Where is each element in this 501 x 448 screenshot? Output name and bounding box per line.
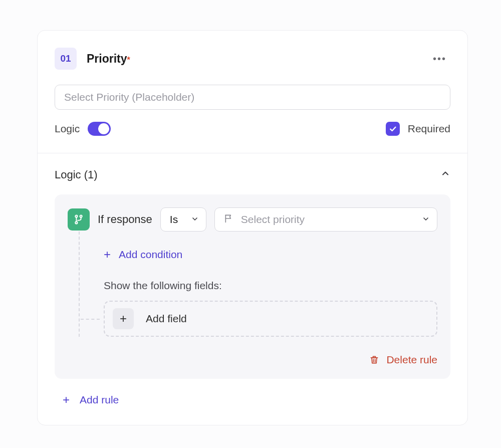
required-label: Required xyxy=(408,123,450,135)
field-card: 01 Priority* ••• Select Priority (Placeh… xyxy=(37,30,468,425)
chevron-down-icon xyxy=(422,213,430,226)
delete-rule-row: Delete rule xyxy=(68,354,437,366)
logic-label: Logic xyxy=(55,123,80,135)
add-field-label: Add field xyxy=(146,313,187,325)
plus-square-icon: + xyxy=(113,308,134,329)
plus-icon: + xyxy=(104,248,111,262)
more-options-button[interactable]: ••• xyxy=(432,51,447,67)
delete-rule-button[interactable]: Delete rule xyxy=(369,354,437,366)
show-fields-label: Show the following fields: xyxy=(104,280,437,292)
plus-icon: + xyxy=(63,393,70,407)
field-number-badge: 01 xyxy=(55,48,77,70)
add-rule-button[interactable]: + Add rule xyxy=(55,393,450,407)
field-title-wrap: Priority* xyxy=(87,52,130,66)
logic-toggle[interactable] xyxy=(88,122,111,136)
check-icon xyxy=(389,125,397,133)
chevron-up-icon xyxy=(440,168,450,181)
field-header: 01 Priority* ••• xyxy=(55,48,450,70)
add-field-button[interactable]: + Add field xyxy=(104,301,437,337)
priority-select-placeholder: Select Priority (Placeholder) xyxy=(64,91,194,103)
add-condition-button[interactable]: + Add condition xyxy=(104,248,437,262)
divider xyxy=(38,153,467,153)
rule-condition-row: If response Is Select priority xyxy=(68,207,437,232)
field-controls-row: Logic Required xyxy=(55,122,450,136)
add-condition-label: Add condition xyxy=(119,249,182,261)
required-asterisk: * xyxy=(127,56,130,64)
logic-section-title: Logic (1) xyxy=(55,168,98,181)
delete-rule-label: Delete rule xyxy=(386,354,437,366)
add-rule-label: Add rule xyxy=(80,394,119,406)
condition-value-select[interactable]: Select priority xyxy=(214,207,437,232)
rule-card: If response Is Select priority + Ad xyxy=(55,194,450,379)
operator-select[interactable]: Is xyxy=(160,207,206,232)
priority-select-input[interactable]: Select Priority (Placeholder) xyxy=(55,85,450,110)
operator-value: Is xyxy=(170,213,178,226)
flag-icon xyxy=(224,213,234,226)
branch-icon xyxy=(68,208,90,231)
rule-nested-block: + Add condition Show the following field… xyxy=(79,232,437,337)
logic-section-header[interactable]: Logic (1) xyxy=(55,168,450,181)
if-response-label: If response xyxy=(98,213,152,226)
chevron-down-icon xyxy=(191,213,199,226)
required-checkbox[interactable] xyxy=(386,122,400,136)
condition-value-placeholder: Select priority xyxy=(241,213,305,226)
field-title: Priority xyxy=(87,52,127,65)
trash-icon xyxy=(369,354,379,365)
